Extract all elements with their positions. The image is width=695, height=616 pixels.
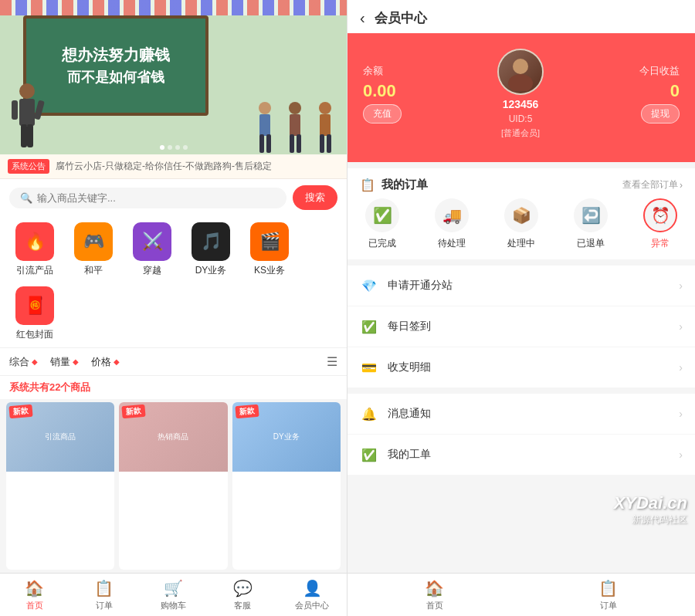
student-1 — [252, 100, 279, 154]
menu-item-finance[interactable]: 💳 收支明细 › — [348, 347, 695, 388]
arrow-icon-4: › — [679, 448, 683, 461]
filter-diamond-1: ◆ — [73, 357, 79, 366]
right-nav-home[interactable]: 🏠 首页 — [348, 574, 521, 616]
spacer: XYDai.cn 新源代码社区 — [348, 475, 695, 573]
product-count: 系统共有22个商品 — [0, 376, 347, 399]
menu-item-substation[interactable]: 💎 申请开通分站 › — [348, 266, 695, 306]
search-input-wrap[interactable]: 🔍 — [9, 188, 286, 208]
balance-amount: 0.00 — [363, 81, 402, 101]
notice-text: 腐竹云小店-只做稳定-给你信任-不做跑路狗-售后稳定 — [56, 160, 272, 173]
red-envelope-label: 红包封面 — [16, 328, 53, 341]
nav-label-cart: 购物车 — [161, 600, 186, 611]
filter-tab-0[interactable]: 综合 ◆ — [9, 355, 38, 369]
grid-icon[interactable]: ☰ — [327, 354, 337, 369]
back-button[interactable]: ‹ — [360, 9, 365, 27]
filter-tab-2[interactable]: 价格 ◆ — [91, 355, 120, 369]
finance-icon: 💳 — [360, 358, 378, 377]
cat-label-1: 和平 — [84, 264, 103, 277]
svg-rect-4 — [21, 124, 27, 147]
cat-item-4[interactable]: 🎬 KS业务 — [242, 222, 297, 277]
product-grid: 引流商品 新款 热销商品 新款 DY业务 新款 — [0, 399, 347, 573]
avatar-section: 123456 UID:5 [普通会员] — [414, 49, 627, 139]
nav-item-home[interactable]: 🏠 首页 — [0, 574, 70, 616]
member-tag: [普通会员] — [501, 127, 540, 139]
cat-item-3[interactable]: 🎵 DY业务 — [184, 222, 238, 277]
avatar-image — [499, 50, 542, 93]
arrow-icon-1: › — [679, 320, 683, 333]
orders-title-icon: 📋 — [360, 178, 375, 192]
watermark-sub: 新源代码社区 — [614, 513, 687, 526]
pending-icon: 🚚 — [435, 198, 469, 232]
filter-tab-1[interactable]: 销量 ◆ — [50, 355, 79, 369]
avatar — [497, 49, 544, 95]
product-card-2[interactable]: DY业务 新款 — [232, 402, 341, 570]
page-title: 会员中心 — [375, 9, 427, 27]
red-envelope-item[interactable]: 🧧 红包封面 — [8, 286, 62, 341]
product-card-1[interactable]: 热销商品 新款 — [119, 402, 227, 570]
menu-item-notifications[interactable]: 🔔 消息通知 › — [348, 394, 695, 435]
returned-label: 已退单 — [577, 237, 605, 250]
search-input[interactable] — [37, 192, 276, 204]
watermark-main: XYDai.cn — [614, 493, 687, 513]
abnormal-label: 异常 — [651, 237, 670, 250]
menu-list-1: 💎 申请开通分站 › ✅ 每日签到 › 💳 收支明细 › — [348, 266, 695, 388]
search-button[interactable]: 搜索 — [293, 185, 337, 210]
dot-1 — [160, 145, 164, 150]
cat-icon-cross: ⚔️ — [133, 222, 171, 261]
nav-item-cart[interactable]: 🛒 购物车 — [139, 574, 208, 616]
user-card: 余额 0.00 充值 123456 UID:5 [普通会员] 今日收益 0 提现 — [348, 33, 695, 162]
menu-item-signin[interactable]: ✅ 每日签到 › — [348, 306, 695, 347]
view-all-orders[interactable]: 查看全部订单 › — [622, 178, 683, 191]
product-card-0[interactable]: 引流商品 新款 — [6, 402, 114, 570]
banner-line1: 想办法努力赚钱 — [62, 45, 170, 65]
dot-2 — [168, 145, 172, 150]
svg-rect-5 — [27, 124, 33, 147]
right-header: ‹ 会员中心 — [348, 0, 695, 33]
nav-item-service[interactable]: 💬 客服 — [208, 574, 277, 616]
menu-item-workorder[interactable]: ✅ 我的工单 › — [348, 435, 695, 475]
cat-label-3: DY业务 — [195, 264, 227, 277]
nav-item-order[interactable]: 📋 订单 — [70, 574, 139, 616]
processing-label: 处理中 — [507, 237, 535, 250]
product-image-0: 引流商品 新款 — [6, 402, 114, 472]
charge-button[interactable]: 充值 — [363, 104, 402, 124]
search-icon: 🔍 — [20, 192, 32, 204]
banner-decoration — [0, 0, 347, 15]
order-abnormal[interactable]: ⏰ 异常 — [626, 198, 695, 250]
svg-rect-1 — [19, 99, 35, 126]
home-icon: 🏠 — [25, 579, 44, 597]
svg-point-0 — [19, 83, 35, 99]
red-envelope-row: 🧧 红包封面 — [0, 283, 347, 347]
search-bar: 🔍 搜索 — [0, 179, 347, 216]
cat-label-2: 穿越 — [143, 264, 161, 277]
cat-icon-peace: 🎮 — [74, 222, 113, 261]
cat-icon-dy: 🎵 — [192, 222, 230, 261]
cat-label-4: KS业务 — [254, 264, 285, 277]
svg-rect-15 — [320, 114, 331, 136]
nav-item-member[interactable]: 👤 会员中心 — [277, 574, 347, 616]
order-pending[interactable]: 🚚 待处理 — [417, 198, 486, 250]
arrow-icon-0: › — [679, 279, 683, 292]
right-home-label: 首页 — [426, 600, 443, 611]
cat-item-0[interactable]: 🔥 引流产品 — [8, 222, 62, 277]
order-processing[interactable]: 📦 处理中 — [486, 198, 556, 250]
order-returned[interactable]: ↩️ 已退单 — [556, 198, 626, 250]
substation-icon: 💎 — [360, 276, 378, 295]
substation-label: 申请开通分站 — [388, 279, 679, 293]
cat-item-2[interactable]: ⚔️ 穿越 — [125, 222, 179, 277]
filter-label-2: 价格 — [91, 355, 111, 369]
completed-icon: ✅ — [365, 198, 399, 232]
cat-item-1[interactable]: 🎮 和平 — [66, 222, 120, 277]
signin-icon: ✅ — [360, 317, 378, 336]
svg-rect-12 — [290, 134, 294, 153]
nav-label-member: 会员中心 — [295, 600, 329, 611]
order-completed[interactable]: ✅ 已完成 — [348, 198, 417, 250]
orders-title-text: 我的订单 — [381, 178, 428, 192]
banner: 想办法努力赚钱 而不是如何省钱 — [0, 0, 347, 154]
svg-point-10 — [289, 102, 301, 114]
svg-rect-8 — [259, 134, 264, 153]
right-nav-order[interactable]: 📋 订单 — [521, 574, 695, 616]
withdraw-button[interactable]: 提现 — [641, 104, 680, 124]
member-icon: 👤 — [303, 579, 322, 597]
earnings-amount: 0 — [670, 81, 680, 101]
